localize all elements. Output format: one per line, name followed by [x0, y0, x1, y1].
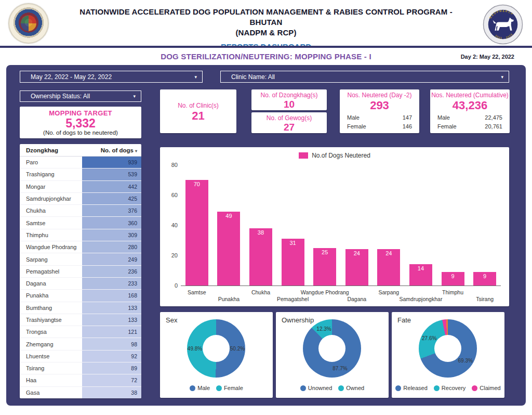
table-row-haa[interactable]: Haa 72	[20, 374, 141, 386]
ownership-status-value: Ownership Status: All	[31, 93, 90, 100]
legend-item-claimed[interactable]: Claimed	[472, 385, 500, 391]
bar-sarpang[interactable]: 24	[377, 249, 400, 286]
bar-dagana[interactable]: 24	[345, 249, 368, 286]
ownership-chart-title: Ownership	[282, 316, 314, 324]
bar-tsirang[interactable]: 9	[473, 272, 496, 286]
dog-count-bar: 121	[82, 326, 141, 338]
dzongkhag-name: Paro	[20, 157, 82, 168]
dzongkhag-name: Trashigang	[20, 168, 82, 180]
table-row-mongar[interactable]: Mongar 442	[20, 181, 141, 193]
table-row-punakha[interactable]: Punakha 168	[20, 290, 141, 302]
column-header-dzongkhag[interactable]: Dzongkhag	[26, 147, 58, 153]
table-row-wangdue-phodrang[interactable]: Wangdue Phodrang 280	[20, 241, 141, 253]
dog-count-bar: 539	[82, 168, 141, 180]
dog-count-bar: 236	[82, 266, 141, 277]
dog-count-bar: 309	[82, 229, 141, 241]
pct-label: 69.3%	[458, 358, 473, 364]
pct-label: 12.3%	[316, 326, 331, 332]
table-row-pemagatshel[interactable]: Pemagatshel 236	[20, 266, 141, 278]
page-title: DOG STERILIZATION/NEUTERING: MOPPING PHA…	[0, 48, 532, 61]
dzongkhags-kpi-value: 10	[251, 99, 327, 110]
program-title-line2: (NADPM & RCP)	[73, 28, 459, 38]
fate-donut-chart[interactable]: 69.3%27.6%	[419, 319, 477, 378]
table-row-samtse[interactable]: Samtse 360	[20, 217, 141, 229]
y-axis-tick: 0	[165, 282, 178, 289]
male-label: Male	[347, 114, 360, 121]
legend-item-unowned[interactable]: Unowned	[300, 385, 332, 391]
bhutan-emblem-logo	[8, 3, 49, 44]
dog-count-bar: 133	[82, 302, 141, 314]
table-row-dagana[interactable]: Dagana 233	[20, 278, 141, 290]
x-axis-label: Pemagatshel	[277, 296, 309, 302]
pct-label: 49.8%	[188, 345, 202, 351]
legend-item-female[interactable]: Female	[216, 385, 243, 391]
bar-samtse[interactable]: 70	[185, 180, 208, 286]
dzongkhag-name: Sarpang	[20, 253, 82, 265]
table-row-trongsa[interactable]: Trongsa 121	[20, 326, 141, 338]
x-axis-label: Tsirang	[476, 296, 494, 302]
column-header-no-of-dogs[interactable]: No. of dogs▾	[101, 147, 137, 153]
bar-value-label: 38	[249, 229, 272, 236]
legend-dot-icon	[434, 385, 440, 391]
neutered-day-kpi-value: 293	[340, 99, 419, 112]
legend-item-owned[interactable]: Owned	[338, 385, 364, 391]
bar-thimphu[interactable]: 9	[442, 272, 464, 286]
sex-legend: Male Female	[160, 385, 273, 391]
sex-donut-chart[interactable]: 50.2%49.8%	[187, 319, 245, 378]
bar-punakha[interactable]: 49	[217, 212, 240, 286]
dropdown-caret-icon: ▾	[194, 74, 197, 80]
bar-value-label: 14	[409, 265, 432, 271]
ownership-donut-chart[interactable]: 87.7%12.3%	[303, 319, 361, 378]
ownership-status-dropdown[interactable]: Ownership Status: All ▾	[20, 90, 141, 102]
bar-pemagatshel[interactable]: 31	[282, 239, 304, 286]
dzongkhag-name: Bumthang	[20, 302, 82, 314]
legend-item-male[interactable]: Male	[190, 385, 210, 391]
date-range-dropdown[interactable]: May 22, 2022 - May 22, 2022 ▾	[20, 71, 203, 83]
bar-wangdue-phodrang[interactable]: 25	[313, 248, 336, 286]
male-label: Male	[437, 114, 450, 121]
y-axis-tick: 20	[165, 252, 178, 258]
header: NATIONWIDE ACCELERATED DOG POPULATION MA…	[0, 0, 532, 46]
table-row-trashigang[interactable]: Trashigang 539	[20, 168, 141, 180]
program-title-line1: NATIONWIDE ACCELERATED DOG POPULATION MA…	[73, 7, 459, 28]
clinic-name-dropdown[interactable]: Clinic Name: All ▾	[220, 71, 509, 83]
bar-samdrupjongkhar[interactable]: 14	[409, 264, 432, 286]
dzongkhag-name: Wangdue Phodrang	[20, 241, 82, 253]
table-row-thimphu[interactable]: Thimphu 309	[20, 229, 141, 241]
table-row-tsirang[interactable]: Tsirang 89	[20, 362, 141, 374]
dog-count-bar: 233	[82, 278, 141, 289]
clinics-kpi-label: No. of Clinic(s)	[160, 100, 236, 109]
table-row-lhuentse[interactable]: Lhuentse 92	[20, 351, 141, 362]
legend-dot-icon	[338, 385, 344, 391]
dog-count-bar: 89	[82, 362, 141, 374]
neutered-cumulative-kpi-value: 43,236	[430, 99, 510, 112]
table-row-trashiyangtse[interactable]: Trashiyangtse 133	[20, 314, 141, 326]
legend-dot-icon	[190, 385, 195, 391]
neutered-day-kpi-card: Nos. Neutered (Day -2) 293 Male 147 Fema…	[340, 89, 419, 133]
dzongkhag-name: Gasa	[20, 387, 82, 398]
header-titles: NATIONWIDE ACCELERATED DOG POPULATION MA…	[73, 7, 459, 51]
table-row-chukha[interactable]: Chukha 376	[20, 205, 141, 217]
bar-legend-label: No.of Dogs Neutered	[312, 152, 370, 159]
bar-value-label: 9	[442, 273, 464, 279]
table-row-samdrupjongkhar[interactable]: Samdrupjongkhar 425	[20, 193, 141, 205]
table-row-gasa[interactable]: Gasa 38	[20, 387, 141, 398]
table-row-zhemgang[interactable]: Zhemgang 98	[20, 338, 141, 350]
bar-chart-legend: No.of Dogs Neutered	[160, 152, 509, 159]
table-header: Dzongkhag No. of dogs▾	[20, 144, 141, 157]
table-row-paro[interactable]: Paro 939	[20, 157, 141, 168]
dropdown-caret-icon: ▾	[133, 94, 136, 99]
table-row-sarpang[interactable]: Sarpang 249	[20, 253, 141, 265]
dzongkhag-name: Chukha	[20, 205, 82, 216]
x-axis-label: Punakha	[218, 296, 240, 302]
bar-chukha[interactable]: 38	[249, 228, 272, 286]
y-axis-tick: 80	[165, 162, 178, 168]
table-row-bumthang[interactable]: Bumthang 133	[20, 302, 141, 314]
legend-item-released[interactable]: Released	[395, 385, 427, 391]
dzongkhags-kpi-label: No. of Dzongkhag(s)	[251, 89, 327, 99]
day-label: Day 2: May 22, 2022	[461, 54, 514, 60]
legend-item-recovery[interactable]: Recovery	[434, 385, 466, 391]
dog-count-bar: 92	[82, 351, 141, 362]
bar-value-label: 31	[282, 240, 304, 246]
dzongkhag-name: Dagana	[20, 278, 82, 289]
